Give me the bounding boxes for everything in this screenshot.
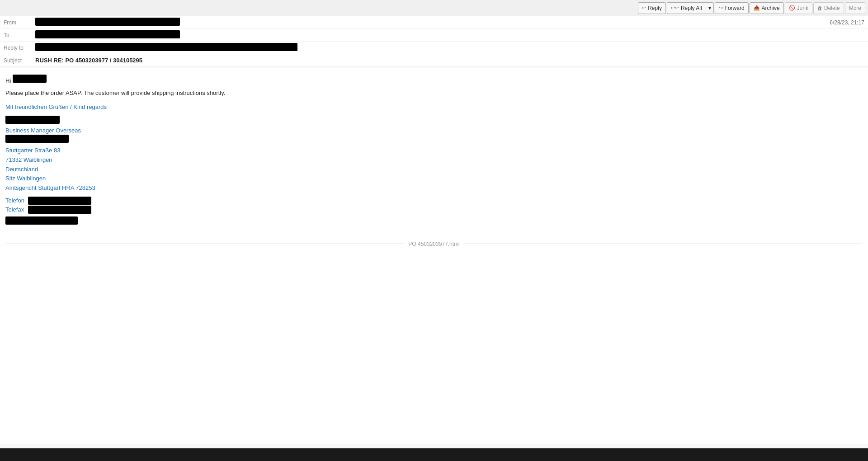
delete-icon: 🗑 bbox=[817, 5, 822, 11]
telefax-label: Telefax bbox=[5, 206, 28, 213]
sig-title: Business Manager Overseas bbox=[5, 127, 863, 134]
sig-email-redacted bbox=[5, 216, 78, 225]
telefon-value-redacted bbox=[28, 197, 91, 205]
from-label: From bbox=[4, 19, 35, 26]
sig-telefon-row: Telefon bbox=[5, 197, 863, 205]
reply-all-dropdown-button[interactable]: ▾ bbox=[706, 2, 714, 14]
sig-city: 71332 Waiblingen bbox=[5, 155, 863, 165]
reply-all-group: ↩↩ Reply All ▾ bbox=[667, 2, 714, 14]
telefax-value-redacted bbox=[28, 206, 91, 214]
from-redacted bbox=[35, 18, 180, 26]
subject-row: Subject RUSH RE: PO 4503203977 / 3041052… bbox=[0, 54, 868, 67]
reply-label: Reply bbox=[648, 5, 662, 11]
reply-to-label: Reply to bbox=[4, 45, 35, 51]
hi-name-redacted bbox=[13, 75, 47, 83]
reply-all-label: Reply All bbox=[681, 5, 702, 11]
more-label: More bbox=[849, 5, 861, 11]
attachment-divider-text: PO 4503203977.html bbox=[405, 241, 463, 247]
reply-all-button[interactable]: ↩↩ Reply All bbox=[667, 2, 706, 14]
more-button[interactable]: More bbox=[845, 2, 865, 14]
sig-company-redacted bbox=[5, 135, 69, 143]
forward-label: Forward bbox=[725, 5, 745, 11]
delete-label: Delete bbox=[824, 5, 840, 11]
reply-icon: ↩ bbox=[642, 5, 646, 11]
sig-sitz: Sitz Waiblingen bbox=[5, 174, 863, 183]
email-header: From 6/28/23, 21:17 To Reply to Subject … bbox=[0, 16, 868, 67]
body-regards: Mit freundlichen Grüßen / Kind regards bbox=[5, 103, 863, 110]
reply-to-row: Reply to bbox=[0, 42, 868, 54]
email-body: Hi Please place the order ASAP. The cust… bbox=[0, 67, 868, 376]
reply-to-redacted bbox=[35, 43, 297, 51]
forward-button[interactable]: ↪ Forward bbox=[715, 2, 749, 14]
sig-court: Amtsgericht Stuttgart HRA 728253 bbox=[5, 183, 863, 193]
to-value bbox=[35, 30, 864, 40]
sig-name-redacted bbox=[5, 116, 60, 124]
to-row: To bbox=[0, 29, 868, 42]
from-row: From 6/28/23, 21:17 bbox=[0, 16, 868, 29]
telefon-label: Telefon bbox=[5, 197, 28, 204]
archive-button[interactable]: 📥 Archive bbox=[750, 2, 784, 14]
to-label: To bbox=[4, 32, 35, 38]
signature-block: Business Manager Overseas Stuttgarter St… bbox=[5, 116, 863, 226]
subject-label: Subject bbox=[4, 57, 35, 64]
junk-button[interactable]: 🚫 Junk bbox=[785, 2, 812, 14]
sig-telefax-row: Telefax bbox=[5, 206, 863, 214]
email-date: 6/28/23, 21:17 bbox=[830, 19, 864, 26]
archive-icon: 📥 bbox=[754, 5, 760, 11]
body-main-text: Please place the order ASAP. The custome… bbox=[5, 89, 863, 96]
bottom-bar bbox=[0, 448, 868, 461]
reply-all-icon: ↩↩ bbox=[671, 5, 679, 11]
sig-address: Stuttgarter Straße 83 71332 Waiblingen D… bbox=[5, 146, 863, 193]
email-toolbar: ↩ Reply ↩↩ Reply All ▾ ↪ Forward 📥 Archi… bbox=[0, 0, 868, 16]
reply-to-value bbox=[35, 43, 864, 52]
junk-icon: 🚫 bbox=[789, 5, 795, 11]
chevron-down-icon: ▾ bbox=[708, 5, 711, 11]
subject-value: RUSH RE: PO 4503203977 / 304105295 bbox=[35, 57, 864, 64]
reply-button[interactable]: ↩ Reply bbox=[638, 2, 666, 14]
from-value bbox=[35, 18, 830, 27]
sig-country: Deutschland bbox=[5, 165, 863, 174]
junk-label: Junk bbox=[797, 5, 808, 11]
to-redacted bbox=[35, 30, 180, 38]
archive-label: Archive bbox=[762, 5, 780, 11]
forward-icon: ↪ bbox=[719, 5, 723, 11]
attachment-divider: PO 4503203977.html bbox=[5, 237, 863, 251]
body-hi: Hi bbox=[5, 75, 863, 84]
delete-button[interactable]: 🗑 Delete bbox=[813, 2, 844, 14]
hi-text: Hi bbox=[5, 77, 11, 84]
sig-street: Stuttgarter Straße 83 bbox=[5, 146, 863, 155]
